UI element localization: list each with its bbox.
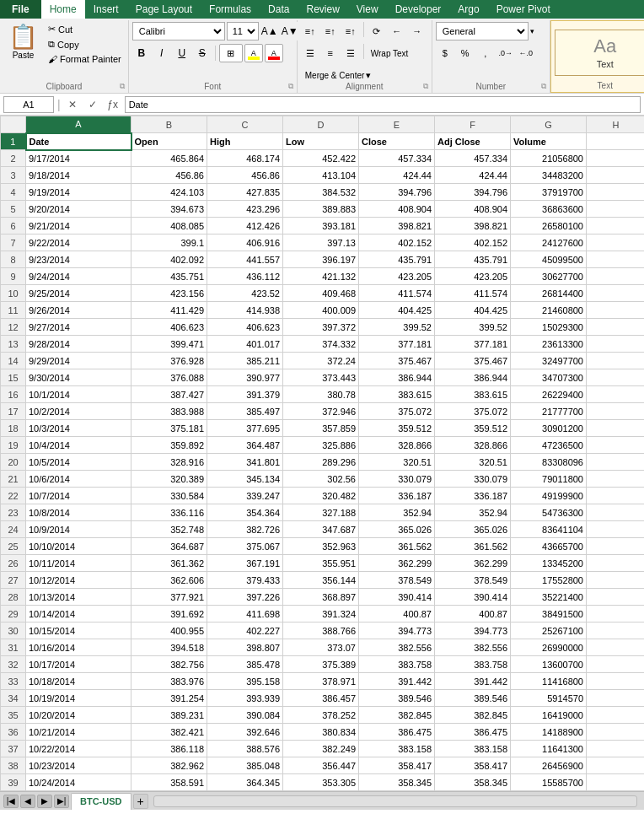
cell-8-4[interactable]: 435.791 — [359, 251, 435, 268]
cell-9-2[interactable]: 436.112 — [207, 268, 283, 285]
cell-8-7[interactable] — [587, 251, 645, 268]
cell-30-1[interactable]: 400.955 — [131, 622, 207, 639]
cell-19-1[interactable]: 359.892 — [131, 437, 207, 454]
cell-6-3[interactable]: 393.181 — [283, 218, 359, 234]
cell-36-1[interactable]: 382.421 — [131, 724, 207, 741]
cell-3-1[interactable]: 456.86 — [131, 167, 207, 184]
cell-27-0[interactable]: 10/12/2014 — [26, 572, 131, 589]
font-name-select[interactable]: Calibri — [132, 22, 225, 40]
cell-24-3[interactable]: 347.687 — [283, 521, 359, 538]
cell-36-7[interactable] — [587, 724, 645, 741]
tab-nav-first[interactable]: |◀ — [3, 795, 19, 808]
cell-14-3[interactable]: 372.24 — [283, 353, 359, 369]
align-top-left-btn[interactable]: ≡↑ — [301, 22, 319, 40]
tab-nav-next[interactable]: ▶ — [37, 795, 52, 808]
cell-26-1[interactable]: 361.362 — [131, 555, 207, 572]
cell-5-3[interactable]: 389.883 — [283, 201, 359, 218]
cell-19-0[interactable]: 10/4/2014 — [26, 437, 131, 454]
cell-23-0[interactable]: 10/8/2014 — [26, 504, 131, 521]
cell-3-0[interactable]: 9/18/2014 — [26, 167, 131, 184]
cell-33-4[interactable]: 391.442 — [359, 673, 435, 690]
cell-12-7[interactable] — [587, 319, 645, 336]
cell-13-5[interactable]: 377.181 — [435, 336, 511, 353]
menu-file[interactable]: File — [0, 0, 41, 19]
cell-28-5[interactable]: 390.414 — [435, 589, 511, 606]
cell-14-1[interactable]: 376.928 — [131, 353, 207, 369]
cell-20-4[interactable]: 320.51 — [359, 454, 435, 471]
tab-nav-last[interactable]: ▶| — [54, 795, 69, 808]
cell-27-4[interactable]: 378.549 — [359, 572, 435, 589]
cell-18-6[interactable]: 30901200 — [511, 420, 587, 437]
cell-33-3[interactable]: 378.971 — [283, 673, 359, 690]
cell-39-7[interactable] — [587, 774, 645, 791]
cell-31-3[interactable]: 373.07 — [283, 639, 359, 656]
cell-35-4[interactable]: 382.845 — [359, 707, 435, 724]
font-expander[interactable]: ⧉ — [288, 82, 293, 91]
cell-15-3[interactable]: 373.443 — [283, 369, 359, 386]
menu-power-pivot[interactable]: Power Pivot — [488, 0, 559, 19]
horizontal-scrollbar[interactable] — [153, 795, 638, 807]
cell-31-2[interactable]: 398.807 — [207, 639, 283, 656]
cell-17-0[interactable]: 10/2/2014 — [26, 403, 131, 420]
cell-32-7[interactable] — [587, 656, 645, 673]
merge-center-dropdown-icon[interactable]: ▾ — [366, 70, 371, 81]
cell-34-2[interactable]: 393.939 — [207, 690, 283, 707]
cell-13-4[interactable]: 377.181 — [359, 336, 435, 353]
cell-26-5[interactable]: 362.299 — [435, 555, 511, 572]
cell-7-6[interactable]: 24127600 — [511, 234, 587, 251]
cell-25-0[interactable]: 10/10/2014 — [26, 538, 131, 555]
clipboard-expander[interactable]: ⧉ — [120, 82, 125, 91]
cell-37-6[interactable]: 11641300 — [511, 741, 587, 757]
cell-4-6[interactable]: 37919700 — [511, 184, 587, 201]
cell-18-3[interactable]: 357.859 — [283, 420, 359, 437]
strikethrough-button[interactable]: S — [193, 44, 212, 62]
col-header-A[interactable]: A — [26, 116, 131, 133]
cell-36-6[interactable]: 14188900 — [511, 724, 587, 741]
cell-8-0[interactable]: 9/23/2014 — [26, 251, 131, 268]
percent-btn[interactable]: % — [456, 44, 475, 62]
cell-10-7[interactable] — [587, 285, 645, 302]
cell-19-2[interactable]: 364.487 — [207, 437, 283, 454]
col-header-G[interactable]: G — [511, 116, 587, 133]
cell-2-4[interactable]: 457.334 — [359, 150, 435, 167]
wrap-text-button[interactable]: Wrap Text — [368, 44, 412, 62]
cell-25-6[interactable]: 43665700 — [511, 538, 587, 555]
cancel-formula-btn[interactable]: ✕ — [64, 96, 81, 113]
cell-38-2[interactable]: 385.048 — [207, 757, 283, 774]
cell-10-4[interactable]: 411.574 — [359, 285, 435, 302]
header-cell-0[interactable]: Date — [26, 133, 131, 150]
cell-20-2[interactable]: 341.801 — [207, 454, 283, 471]
cell-15-4[interactable]: 386.944 — [359, 369, 435, 386]
cell-16-2[interactable]: 391.379 — [207, 386, 283, 403]
cell-21-6[interactable]: 79011800 — [511, 471, 587, 488]
cell-9-1[interactable]: 435.751 — [131, 268, 207, 285]
cell-12-1[interactable]: 406.623 — [131, 319, 207, 336]
cell-7-4[interactable]: 402.152 — [359, 234, 435, 251]
cell-26-2[interactable]: 367.191 — [207, 555, 283, 572]
cell-12-4[interactable]: 399.52 — [359, 319, 435, 336]
cell-31-4[interactable]: 382.556 — [359, 639, 435, 656]
cell-3-3[interactable]: 413.104 — [283, 167, 359, 184]
cell-31-5[interactable]: 382.556 — [435, 639, 511, 656]
menu-developer[interactable]: Developer — [387, 0, 450, 19]
cell-38-4[interactable]: 358.417 — [359, 757, 435, 774]
cell-24-2[interactable]: 382.726 — [207, 521, 283, 538]
cell-34-7[interactable] — [587, 690, 645, 707]
cell-21-5[interactable]: 330.079 — [435, 471, 511, 488]
cell-21-3[interactable]: 302.56 — [283, 471, 359, 488]
cell-36-4[interactable]: 386.475 — [359, 724, 435, 741]
cell-23-2[interactable]: 354.364 — [207, 504, 283, 521]
cell-39-5[interactable]: 358.345 — [435, 774, 511, 791]
cell-7-7[interactable] — [587, 234, 645, 251]
cell-29-7[interactable] — [587, 606, 645, 622]
cell-34-0[interactable]: 10/19/2014 — [26, 690, 131, 707]
cell-23-5[interactable]: 352.94 — [435, 504, 511, 521]
cell-6-2[interactable]: 412.426 — [207, 218, 283, 234]
cell-7-5[interactable]: 402.152 — [435, 234, 511, 251]
cell-3-7[interactable] — [587, 167, 645, 184]
cell-26-0[interactable]: 10/11/2014 — [26, 555, 131, 572]
cell-24-6[interactable]: 83641104 — [511, 521, 587, 538]
cell-25-1[interactable]: 364.687 — [131, 538, 207, 555]
menu-argo[interactable]: Argo — [449, 0, 487, 19]
header-cell-5[interactable]: Adj Close — [435, 133, 511, 150]
